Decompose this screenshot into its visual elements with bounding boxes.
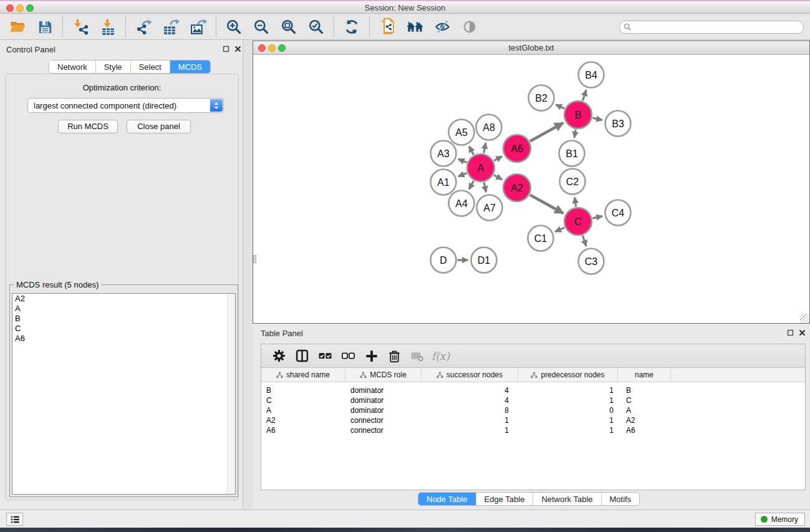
graph-node-C2[interactable]: C2 (560, 169, 586, 195)
column-header-successor-nodes[interactable]: successor nodes (422, 368, 518, 382)
table-cell[interactable]: 4 (422, 395, 518, 405)
window-resize-grip[interactable] (800, 314, 809, 322)
first-neighbors-button[interactable] (401, 16, 428, 38)
graph-node-A8[interactable]: A8 (476, 115, 502, 140)
zoom-out-button[interactable] (248, 16, 275, 38)
table-cell[interactable]: B (261, 385, 345, 395)
graph-node-A[interactable]: A (467, 154, 494, 181)
graph-node-C3[interactable]: C3 (579, 249, 604, 274)
edge-C-C4[interactable] (592, 216, 602, 218)
float-panel-button[interactable] (222, 45, 230, 53)
table-row[interactable]: A2connector11A2 (261, 415, 805, 425)
zoom-selected-button[interactable] (302, 16, 330, 38)
table-row[interactable]: Cdominator41C (261, 395, 805, 405)
edge-A-A7[interactable] (484, 182, 486, 192)
graph-node-C4[interactable]: C4 (605, 200, 631, 226)
edge-C-C3[interactable] (582, 236, 586, 246)
close-panel-button[interactable] (234, 45, 242, 53)
mcds-result-item[interactable]: B (12, 314, 235, 324)
import-table-button[interactable] (94, 16, 122, 38)
graph-node-D[interactable]: D (431, 248, 456, 273)
table-cell[interactable]: A (618, 405, 671, 415)
delete-row-button[interactable] (383, 346, 406, 366)
table-cell[interactable]: dominator (345, 395, 422, 405)
table-cell[interactable]: dominator (345, 385, 422, 395)
column-header-MCDS-role[interactable]: MCDS role (345, 368, 422, 382)
mcds-result-list[interactable]: A2ABCA6 (12, 293, 236, 495)
column-header-shared-name[interactable]: shared name (261, 368, 345, 382)
apply-layout-button[interactable] (338, 16, 365, 38)
edge-B-B3[interactable] (592, 118, 602, 120)
table-cell[interactable]: 1 (518, 425, 618, 435)
graph-node-C1[interactable]: C1 (528, 226, 554, 251)
tab-select[interactable]: Select (131, 60, 170, 73)
graph-node-D1[interactable]: D1 (471, 248, 497, 273)
close-panel-action-button[interactable]: Close panel (127, 120, 191, 133)
search-input[interactable] (619, 21, 804, 34)
graph-node-A4[interactable]: A4 (449, 191, 475, 216)
table-cell[interactable]: dominator (345, 405, 422, 415)
function-builder-button[interactable]: f(x) (429, 346, 452, 366)
graph-node-C[interactable]: C (564, 208, 592, 235)
table-cell[interactable]: connector (345, 415, 422, 425)
tab-style[interactable]: Style (96, 60, 131, 73)
table-cell[interactable]: A6 (618, 425, 671, 435)
tab-network[interactable]: Network (49, 60, 96, 73)
table-cell[interactable]: 1 (422, 425, 518, 435)
criterion-dropdown[interactable]: largest connected component (directed) (27, 98, 224, 113)
zoom-fit-button[interactable] (275, 16, 302, 38)
column-header-predecessor-nodes[interactable]: predecessor nodes (518, 368, 618, 382)
edge-C-C2[interactable] (575, 197, 576, 206)
select-all-button[interactable] (314, 346, 337, 366)
table-cell[interactable]: 1 (518, 385, 618, 395)
destroy-table-button[interactable] (406, 346, 429, 366)
edge-B-B1[interactable] (574, 130, 576, 138)
table-cell[interactable]: 1 (518, 395, 618, 405)
edge-A6-B[interactable] (530, 123, 563, 141)
edge-A-A3[interactable] (458, 159, 467, 162)
table-row[interactable]: A6connector11A6 (261, 425, 805, 435)
table-cell[interactable]: 1 (422, 415, 518, 425)
table-cell[interactable]: 1 (518, 415, 618, 425)
table-cell[interactable]: A6 (261, 425, 345, 435)
edge-A-A2[interactable] (494, 175, 502, 180)
mcds-result-item[interactable]: A2 (12, 294, 235, 304)
tab-edge-table[interactable]: Edge Table (476, 493, 534, 505)
graph-node-A6[interactable]: A6 (503, 135, 531, 162)
graph-node-B1[interactable]: B1 (559, 141, 585, 167)
graph-node-A1[interactable]: A1 (431, 170, 456, 195)
graph-node-B3[interactable]: B3 (605, 111, 631, 137)
tab-motifs[interactable]: Motifs (602, 493, 640, 505)
table-cell[interactable]: 8 (422, 405, 518, 415)
table-cell[interactable]: C (618, 395, 671, 405)
network-from-selection-button[interactable] (374, 16, 401, 38)
graphics-details-button[interactable] (428, 16, 456, 38)
open-session-button[interactable] (4, 16, 31, 38)
graph-node-A2[interactable]: A2 (503, 174, 531, 201)
edge-B-B4[interactable] (582, 90, 586, 100)
export-table-button[interactable] (157, 16, 185, 38)
edge-A-A8[interactable] (484, 143, 486, 153)
edge-A-A5[interactable] (469, 146, 473, 155)
graph-node-A3[interactable]: A3 (431, 141, 456, 167)
table-cell[interactable]: A2 (618, 415, 671, 425)
graph-node-B4[interactable]: B4 (579, 62, 604, 88)
network-canvas[interactable]: AA1A2A3A4A5A6A7A8BB1B2B3B4CC1C2C3C4DD1 (253, 55, 809, 323)
table-cell[interactable]: connector (345, 425, 422, 435)
mcds-result-item[interactable]: A6 (12, 334, 235, 344)
table-row[interactable]: Bdominator41B (261, 385, 805, 395)
mcds-result-item[interactable]: C (12, 324, 235, 334)
network-scrollbar-thumb[interactable] (253, 255, 256, 263)
export-network-button[interactable] (130, 16, 157, 38)
table-cell[interactable]: B (618, 385, 671, 395)
close-table-panel-button[interactable] (798, 329, 806, 337)
table-cell[interactable]: C (261, 395, 345, 405)
graph-node-B2[interactable]: B2 (529, 85, 554, 111)
tab-node-table[interactable]: Node Table (418, 493, 476, 505)
show-columns-button[interactable] (291, 346, 314, 366)
table-row[interactable]: Adominator80A (261, 405, 805, 415)
tab-network-table[interactable]: Network Table (533, 493, 601, 505)
edge-A-A4[interactable] (469, 181, 473, 190)
mcds-result-item[interactable]: A (12, 304, 235, 314)
graph-node-A7[interactable]: A7 (477, 195, 503, 221)
